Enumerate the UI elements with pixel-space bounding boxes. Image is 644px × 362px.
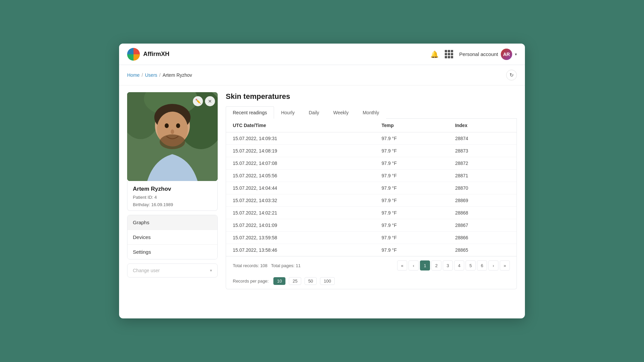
cell-index: 28866 [448, 232, 517, 244]
logo-area: AffirmXH [127, 48, 169, 61]
readings-table: UTC Date/Time Temp Index 15.07.2022, 14:… [226, 119, 517, 256]
cell-datetime: 15.07.2022, 14:07:08 [226, 157, 375, 170]
cell-index: 28872 [448, 157, 517, 170]
sidebar-item-devices[interactable]: Devices [127, 230, 217, 245]
sidebar-item-settings[interactable]: Settings [127, 245, 217, 259]
page-button-4[interactable]: 4 [454, 260, 464, 270]
edit-photo-button[interactable]: ✏️ [193, 96, 203, 106]
tab-hourly[interactable]: Hourly [274, 106, 302, 119]
table-row: 15.07.2022, 13:59:58 97.9 °F 28866 [226, 232, 517, 244]
cell-temp: 97.9 °F [375, 132, 448, 145]
svg-point-8 [176, 123, 180, 128]
page-button-2[interactable]: 2 [431, 260, 441, 270]
edit-icon: ✏️ [195, 99, 201, 104]
user-name: Artem Ryzhov [133, 186, 212, 192]
user-birthday: Birthday: 16.09.1989 [133, 201, 212, 208]
table-header-row: UTC Date/Time Temp Index [226, 119, 517, 132]
last-page-button[interactable]: » [500, 260, 510, 270]
cell-datetime: 15.07.2022, 14:04:44 [226, 182, 375, 194]
table-row: 15.07.2022, 14:02:21 97.9 °F 28868 [226, 207, 517, 219]
page-button-1[interactable]: 1 [420, 260, 430, 270]
cell-datetime: 15.07.2022, 14:02:21 [226, 207, 375, 219]
cell-temp: 97.9 °F [375, 157, 448, 170]
grid-dot [448, 53, 450, 55]
total-records: Total records: 108 [233, 263, 267, 268]
per-page-10[interactable]: 10 [273, 277, 285, 285]
table-container: UTC Date/Time Temp Index 15.07.2022, 14:… [226, 119, 517, 289]
header: AffirmXH 🔔 Personal account AR ▾ [119, 44, 525, 65]
avatar: AR [501, 49, 512, 60]
chevron-down-icon: ▾ [515, 52, 517, 57]
table-row: 15.07.2022, 14:05:56 97.9 °F 28871 [226, 170, 517, 182]
refresh-button[interactable]: ↻ [506, 70, 517, 80]
table-row: 15.07.2022, 14:03:32 97.9 °F 28869 [226, 194, 517, 207]
cell-index: 28867 [448, 219, 517, 232]
header-right: 🔔 Personal account AR ▾ [430, 49, 517, 60]
total-pages: Total pages: 11 [271, 263, 301, 268]
tab-daily[interactable]: Daily [302, 106, 326, 119]
bell-icon[interactable]: 🔔 [430, 50, 439, 58]
pagination: « ‹ 1 2 3 4 5 6 › » [397, 260, 510, 270]
main-panel: Skin temperatures Recent readings Hourly… [226, 92, 517, 289]
per-page-100[interactable]: 100 [320, 277, 335, 285]
next-page-button[interactable]: › [488, 260, 498, 270]
cell-index: 28874 [448, 132, 517, 145]
cell-temp: 97.9 °F [375, 194, 448, 207]
page-button-5[interactable]: 5 [466, 260, 476, 270]
table-row: 15.07.2022, 14:04:44 97.9 °F 28870 [226, 182, 517, 194]
user-info-box: Artem Ryzhov Patient ID: 4 Birthday: 16.… [127, 181, 218, 211]
breadcrumb-sep1: / [142, 72, 143, 78]
grid-dot [448, 50, 450, 52]
cell-index: 28869 [448, 194, 517, 207]
tabs: Recent readings Hourly Daily Weekly Mont… [226, 106, 517, 119]
prev-page-button[interactable]: ‹ [409, 260, 419, 270]
svg-point-10 [160, 134, 185, 149]
total-info: Total records: 108 Total pages: 11 [233, 263, 301, 268]
breadcrumb-current: Artem Ryzhov [163, 72, 192, 78]
main-window: AffirmXH 🔔 Personal account AR ▾ [119, 44, 525, 318]
cell-temp: 97.9 °F [375, 232, 448, 244]
table-footer: Total records: 108 Total pages: 11 « ‹ 1… [226, 256, 517, 275]
change-user-dropdown[interactable]: Change user ▾ [127, 263, 218, 278]
table-row: 15.07.2022, 14:08:19 97.9 °F 28873 [226, 145, 517, 157]
breadcrumb-sep2: / [159, 72, 161, 78]
tab-weekly[interactable]: Weekly [326, 106, 356, 119]
app-logo [127, 48, 140, 61]
cell-datetime: 15.07.2022, 14:01:09 [226, 219, 375, 232]
tab-recent-readings[interactable]: Recent readings [226, 106, 274, 119]
grid-dot [448, 56, 450, 58]
grid-dot [445, 50, 447, 52]
first-page-button[interactable]: « [397, 260, 407, 270]
per-page-50[interactable]: 50 [305, 277, 317, 285]
per-page-label: Records per page: [233, 279, 269, 284]
remove-photo-button[interactable]: ✕ [205, 96, 215, 106]
refresh-icon: ↻ [509, 72, 514, 78]
cell-temp: 97.9 °F [375, 182, 448, 194]
breadcrumb-users[interactable]: Users [145, 72, 157, 78]
per-page-footer: Records per page: 10 25 50 100 [226, 277, 517, 289]
table-row: 15.07.2022, 14:09:31 97.9 °F 28874 [226, 132, 517, 145]
table-body: 15.07.2022, 14:09:31 97.9 °F 28874 15.07… [226, 132, 517, 256]
cell-index: 28865 [448, 244, 517, 256]
cell-temp: 97.9 °F [375, 145, 448, 157]
page-button-3[interactable]: 3 [443, 260, 453, 270]
personal-account-label: Personal account [459, 51, 498, 57]
table-row: 15.07.2022, 13:58:46 97.9 °F 28865 [226, 244, 517, 256]
cell-datetime: 15.07.2022, 14:09:31 [226, 132, 375, 145]
page-button-6[interactable]: 6 [477, 260, 487, 270]
col-header-datetime: UTC Date/Time [226, 119, 375, 132]
cell-datetime: 15.07.2022, 14:03:32 [226, 194, 375, 207]
col-header-index: Index [448, 119, 517, 132]
tab-monthly[interactable]: Monthly [356, 106, 386, 119]
grid-dot [445, 53, 447, 55]
close-icon: ✕ [208, 99, 212, 104]
col-header-temp: Temp [375, 119, 448, 132]
user-photo: ✏️ ✕ [127, 92, 218, 181]
sidebar-item-graphs[interactable]: Graphs [127, 215, 217, 230]
per-page-25[interactable]: 25 [289, 277, 301, 285]
breadcrumb-bar: Home / Users / Artem Ryzhov ↻ [119, 65, 525, 85]
personal-account-button[interactable]: Personal account AR ▾ [459, 49, 517, 60]
photo-svg [127, 92, 218, 181]
breadcrumb-home[interactable]: Home [127, 72, 140, 78]
apps-grid-icon[interactable] [445, 50, 453, 58]
